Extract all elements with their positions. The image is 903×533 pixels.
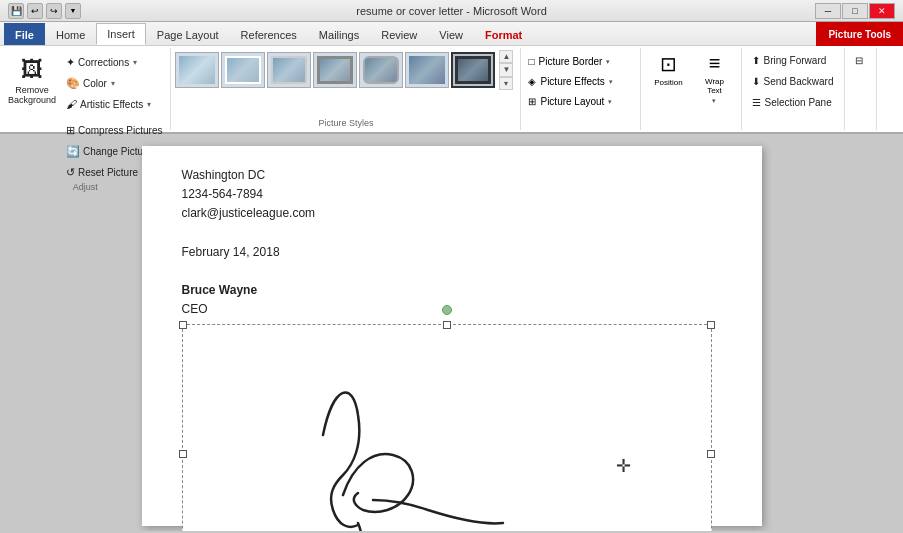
artistic-effects-button[interactable]: 🖌 Artistic Effects ▾: [62, 94, 166, 114]
picture-effects-icon: ◈: [528, 76, 536, 87]
wrap-text-label: WrapText: [705, 77, 724, 95]
ribbon-tabs-wrapper: File Home Insert Page Layout References …: [0, 22, 903, 46]
border-dropdown: ▾: [606, 58, 610, 66]
quick-access-toolbar[interactable]: 💾 ↩ ↪ ▼: [8, 3, 81, 19]
picture-layout-label: Picture Layout: [540, 96, 604, 107]
position-icon: ⊡: [660, 52, 677, 76]
picture-styles-content: ▲ ▼ ▾: [175, 50, 513, 118]
window-controls[interactable]: ─ □ ✕: [815, 3, 895, 19]
doc-line-date: February 14, 2018: [182, 243, 722, 262]
artistic-label: Artistic Effects: [80, 99, 143, 110]
customize-qat-icon[interactable]: ▼: [65, 3, 81, 19]
picture-effects-button[interactable]: ◈ Picture Effects ▾: [525, 72, 615, 91]
style-thumb-7[interactable]: [451, 52, 495, 88]
bring-forward-icon: ⬆: [752, 55, 760, 66]
title-bar: 💾 ↩ ↪ ▼ resume or cover letter - Microso…: [0, 0, 903, 22]
handle-tr[interactable]: [707, 321, 715, 329]
selection-pane-label: Selection Pane: [764, 97, 831, 108]
align-button[interactable]: ⊟: [851, 50, 870, 70]
compress-pictures-button[interactable]: ⊞ Compress Pictures: [62, 120, 166, 140]
remove-background-button[interactable]: 🖼 RemoveBackground: [4, 50, 60, 112]
tab-mailings[interactable]: Mailings: [308, 23, 370, 45]
compress-label: Compress Pictures: [78, 125, 162, 136]
corrections-button[interactable]: ✦ Corrections ▾: [62, 52, 166, 72]
bring-forward-button[interactable]: ⬆ Bring Forward: [748, 50, 837, 70]
layout-dropdown: ▾: [608, 98, 612, 106]
doc-line-email: clark@justiceleague.com: [182, 204, 722, 223]
picture-layout-button[interactable]: ⊞ Picture Layout ▾: [525, 92, 615, 111]
wrap-text-button[interactable]: ≡ WrapText ▾: [693, 50, 735, 112]
tab-insert[interactable]: Insert: [96, 23, 146, 45]
arrange-group: ⊡ Position ≡ WrapText ▾: [641, 48, 742, 130]
handle-tl[interactable]: [179, 321, 187, 329]
send-backward-label: Send Backward: [763, 76, 833, 87]
handle-mr[interactable]: [707, 450, 715, 458]
send-backward-icon: ⬇: [752, 76, 760, 87]
styles-scroll-up[interactable]: ▲: [499, 50, 513, 63]
handle-tc[interactable]: [443, 321, 451, 329]
picture-styles-row: ▲ ▼ ▾: [175, 50, 513, 90]
doc-line-name: Bruce Wayne: [182, 281, 722, 300]
corrections-label: Corrections: [78, 57, 129, 68]
bring-forward-label: Bring Forward: [763, 55, 826, 66]
style-thumb-4[interactable]: [313, 52, 357, 88]
send-backward-button[interactable]: ⬇ Send Backward: [748, 71, 837, 91]
style-thumb-3[interactable]: [267, 52, 311, 88]
artistic-dropdown-arrow: ▾: [147, 100, 151, 109]
signature-image-box[interactable]: ✛: [182, 324, 712, 532]
styles-scroll-more[interactable]: ▾: [499, 77, 513, 90]
save-icon[interactable]: 💾: [8, 3, 24, 19]
signature-drawing: [243, 355, 563, 532]
minimize-button[interactable]: ─: [815, 3, 841, 19]
remove-bg-icon: 🖼: [21, 57, 43, 83]
tab-references[interactable]: References: [230, 23, 308, 45]
rotation-handle[interactable]: [442, 305, 452, 315]
doc-line-phone: 1234-564-7894: [182, 185, 722, 204]
undo-icon[interactable]: ↩: [27, 3, 43, 19]
adjust-group: 🖼 RemoveBackground ✦ Corrections ▾ 🎨 Col…: [0, 48, 171, 130]
position-label: Position: [654, 78, 682, 87]
tab-format[interactable]: Format: [474, 23, 533, 45]
picture-format-label: [525, 128, 636, 130]
tab-file[interactable]: File: [4, 23, 45, 45]
redo-icon[interactable]: ↪: [46, 3, 62, 19]
color-button[interactable]: 🎨 Color ▾: [62, 73, 166, 93]
picture-border-button[interactable]: □ Picture Border ▾: [525, 52, 615, 71]
picture-effects-label: Picture Effects: [540, 76, 604, 87]
window-title: resume or cover letter - Microsoft Word: [356, 5, 547, 17]
doc-line-spacer1: [182, 224, 722, 243]
style-thumb-1[interactable]: [175, 52, 219, 88]
compress-icon: ⊞: [66, 124, 75, 137]
picture-format-content: □ Picture Border ▾ ◈ Picture Effects ▾ ⊞…: [525, 50, 615, 128]
align-icon: ⊟: [855, 55, 863, 66]
style-thumb-2[interactable]: [221, 52, 265, 88]
maximize-button[interactable]: □: [842, 3, 868, 19]
picture-border-icon: □: [528, 56, 534, 67]
send-group: ⬆ Bring Forward ⬇ Send Backward ☰ Select…: [742, 48, 844, 130]
style-thumb-5[interactable]: [359, 52, 403, 88]
tab-review[interactable]: Review: [370, 23, 428, 45]
effects-dropdown: ▾: [609, 78, 613, 86]
tab-view[interactable]: View: [428, 23, 474, 45]
color-label: Color: [83, 78, 107, 89]
tab-home[interactable]: Home: [45, 23, 96, 45]
remove-bg-label: RemoveBackground: [8, 85, 56, 105]
color-icon: 🎨: [66, 77, 80, 90]
color-dropdown-arrow: ▾: [111, 79, 115, 88]
doc-line-title: CEO: [182, 300, 722, 319]
change-pic-icon: 🔄: [66, 145, 80, 158]
doc-line-spacer2: [182, 262, 722, 281]
close-button[interactable]: ✕: [869, 3, 895, 19]
selection-pane-button[interactable]: ☰ Selection Pane: [748, 92, 837, 112]
style-thumb-6[interactable]: [405, 52, 449, 88]
picture-tools-banner: Picture Tools: [816, 22, 903, 46]
picture-styles-scroll[interactable]: ▲ ▼ ▾: [499, 50, 513, 90]
position-button[interactable]: ⊡ Position: [647, 50, 689, 112]
picture-format-buttons: □ Picture Border ▾ ◈ Picture Effects ▾ ⊞…: [525, 50, 615, 111]
wrap-dropdown: ▾: [712, 97, 716, 105]
picture-styles-label: Picture Styles: [175, 118, 516, 130]
handle-ml[interactable]: [179, 450, 187, 458]
styles-scroll-down[interactable]: ▼: [499, 63, 513, 76]
ribbon-tabs: File Home Insert Page Layout References …: [0, 22, 903, 46]
tab-page-layout[interactable]: Page Layout: [146, 23, 230, 45]
